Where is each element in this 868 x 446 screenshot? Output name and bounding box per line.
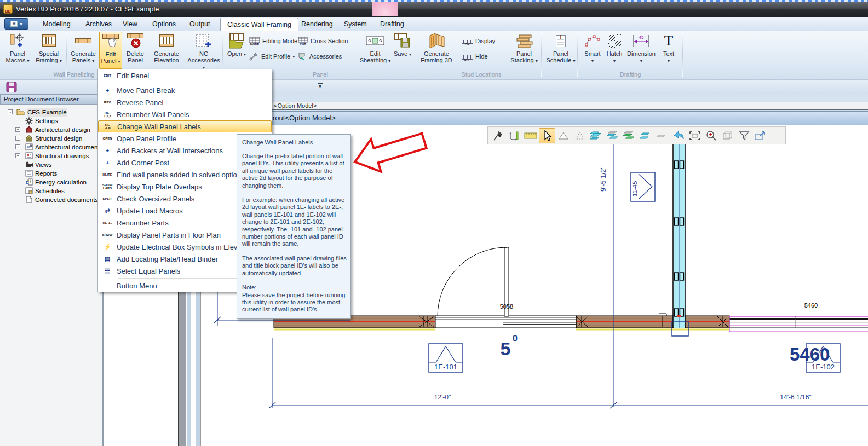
menu-item-reverse-panel[interactable]: REVReverse Panel [98,96,272,108]
view-tab[interactable]: <Option Model> [274,102,317,109]
browser-title: Project Document Browser [0,94,102,105]
tree-item-views[interactable]: Views [0,160,102,169]
expand-expander[interactable]: + [15,144,20,149]
cursor-icon[interactable] [539,128,555,143]
display-panel-parts-icon: SHOW [98,233,117,236]
tab-system[interactable]: System [337,18,373,31]
layers-offset-icon[interactable] [605,128,621,143]
update-load-macros-icon: ⇄ [98,208,117,214]
tab-classic-wall-framing[interactable]: Classic Wall Framing [220,18,298,31]
tree-item-root[interactable]: - CFS-Example [0,108,102,117]
orbit-icon[interactable] [506,128,522,143]
generate-elevation-button[interactable]: Generate Elevation [150,32,183,69]
delete-panel-icon [123,32,147,50]
tree-item-energy-calculation[interactable]: Energy calculation [0,178,102,187]
ribbon-tab-bar: ≣ ▾ Modeling Archives View Options Outpu… [0,17,868,31]
pane-collapse-icon[interactable]: ▼ [318,83,323,89]
open-folder-icon [226,32,248,50]
layers-stack-icon[interactable] [588,128,605,143]
layer-flat-icon[interactable] [654,128,670,143]
edit-panel-button[interactable]: Edit Panel ▾ [99,32,122,69]
svg-text:i: i [560,34,562,40]
filter-icon[interactable] [736,128,752,143]
chevron-down-icon: ▾ [640,59,642,63]
svg-text:1E-102: 1E-102 [812,363,835,371]
tab-modeling[interactable]: Modeling [36,18,77,31]
group-label-drafting: Drafting [579,71,681,78]
panel-tag-1e-101: 1E-101 [429,344,463,372]
tab-view[interactable]: View [116,18,144,31]
smart-button[interactable]: Smart▾ [582,32,603,69]
svg-text:OFF: OFF [464,57,471,61]
hatch-button[interactable]: Hatch▾ [605,32,624,69]
application-menu-button[interactable]: ≣ ▾ [4,18,28,30]
triangle-icon[interactable] [555,128,572,143]
svg-text:CUT: CUT [300,43,306,46]
tree-item-schedules[interactable]: Schedules [0,187,102,195]
tab-archives[interactable]: Archives [79,18,118,31]
panel-stacking-button[interactable]: Panel Stacking ▾ [508,32,540,69]
menu-item-edit-panel[interactable]: EDITEdit Panel [98,69,272,82]
generate-framing-3d-button[interactable]: Generate Framing 3D [417,32,456,69]
open-button[interactable]: Open ▾ [226,32,248,69]
tree-item-settings[interactable]: Settings [0,117,102,125]
tree-item-architectural-documents[interactable]: + Architectural documents [0,143,102,152]
expand-expander[interactable]: + [15,127,20,132]
layers-two-icon[interactable] [637,128,654,143]
panel-schedule-button[interactable]: i Panel Schedule ▾ [544,32,577,69]
text-icon: T [658,32,679,50]
dimension-left-label: 12'-0" [434,393,451,401]
ruler-icon[interactable] [522,128,539,143]
tab-rendering[interactable]: Rendering [295,18,340,31]
generate-panels-button[interactable]: Generate Panels ▾ [68,32,99,69]
accessories-button[interactable]: Accessories [297,50,342,62]
collapse-expander[interactable]: - [8,109,13,114]
menu-item-move-panel-break[interactable]: +Move Panel Break [98,84,272,96]
tree-item-architectural-design[interactable]: + Architectural design [0,125,102,134]
tab-output[interactable]: Output [183,18,217,31]
edit-sheathing-button[interactable]: Edit Sheathing ▾ [359,32,392,69]
tab-drafting[interactable]: Drafting [373,18,411,31]
chevron-down-icon: ▾ [27,59,30,63]
edit-profile-button[interactable]: Edit Profile ▾ [249,50,295,62]
expand-expander[interactable]: + [15,153,20,158]
editing-mode-button[interactable]: MODE Editing Mode [249,35,297,47]
tab-options[interactable]: Options [146,18,182,31]
folder-icon [16,108,25,115]
nc-accessories-button[interactable]: NC Accessories ▾ [187,32,221,69]
hide-stud-locations-button[interactable]: OFF Hide [461,50,488,62]
text-button[interactable]: T Text▾ [658,32,679,69]
chevron-down-icon: ▾ [573,59,575,63]
tooltip-paragraph: Change the prefix label portion of wall … [242,153,347,189]
tree-item-connected-documents[interactable]: Connected documents [0,195,102,204]
header-wall [729,316,868,332]
titlebar: BD Vertex BD Pro 2016 / 22.0.07 - CFS-Ex… [0,1,868,17]
menu-item-renumber-wall-panels[interactable]: RE- 1,2,3Renumber Wall Panels [98,108,272,120]
tree-item-reports[interactable]: Reports [0,169,102,178]
pin-icon[interactable] [490,128,506,143]
stud-wall [672,127,688,336]
chevron-down-icon: ▾ [409,52,411,57]
save-document-icon[interactable] [6,82,17,92]
tree-item-structural-design[interactable]: + Structural design [0,134,102,143]
chevron-down-icon: ▾ [292,54,295,59]
display-stud-locations-button[interactable]: ON Display [461,35,495,47]
special-framing-button[interactable]: Special Framing ▾ [33,32,65,69]
cube-icon[interactable] [720,128,736,143]
triangle-dashed-icon[interactable] [572,128,588,143]
cross-section-button[interactable]: CUT Cross Section [297,35,348,47]
undo-icon[interactable] [670,128,687,143]
delete-panel-button[interactable]: Delete Panel [123,32,147,69]
expand-icon[interactable] [752,128,769,143]
expand-expander[interactable]: + [15,136,20,141]
hatch-icon [605,32,624,50]
save-button[interactable]: Save ▾ [393,32,412,69]
panel-macros-button[interactable]: Panel Macros ▾ [3,32,32,69]
dimension-button[interactable]: 45 Dimension▾ [625,32,657,69]
zoom-in-icon[interactable] [703,128,720,143]
menu-item-change-wall-panel-labels[interactable]: RE- A,BChange Wall Panel Labels [98,120,272,132]
layers-green-icon[interactable] [621,128,637,143]
tree-item-structural-drawings[interactable]: + Structural drawings [0,152,102,160]
save-icon [393,32,412,50]
select-region-icon[interactable] [687,128,703,143]
